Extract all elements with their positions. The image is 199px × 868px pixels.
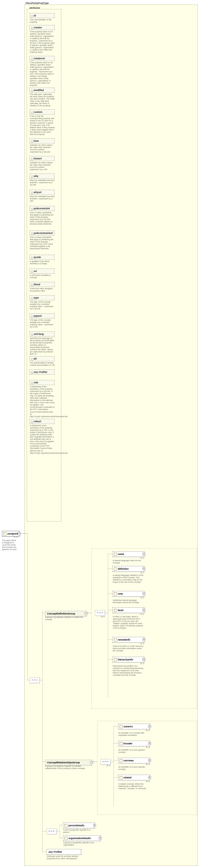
attr-custom[interactable]: customIf set to true the corresponding p… — [30, 110, 55, 135]
comp-card: 0..∞ — [107, 765, 110, 767]
attr-typeuri[interactable]: typeuriThe type of the concept assigned … — [30, 313, 55, 328]
attr-modified[interactable]: modifiedThe date (and, optionally, the t… — [30, 88, 55, 107]
attr-dir[interactable]: dirThe directionality of textual content… — [30, 356, 55, 366]
expand-icon[interactable]: + — [148, 759, 151, 762]
elem-narrower[interactable]: narrower+0..∞An identifier of a more spe… — [118, 758, 150, 771]
attr-desc: The date (and, optionally, the time) whe… — [30, 93, 55, 107]
attr-qcode[interactable]: qcodeA qualified code which identifies a… — [30, 255, 55, 265]
element-icon — [64, 824, 67, 827]
elem-desc: Extension point for provider-defined pro… — [47, 855, 81, 860]
elem-desc: A link to an item or a web resource whic… — [112, 645, 144, 652]
expand-icon[interactable]: + — [143, 609, 145, 612]
attr-whyuri[interactable]: whyuriWhy the metadata has been included… — [30, 190, 55, 202]
attr-how[interactable]: howIndicates by which means the value wa… — [30, 138, 55, 153]
attr-howuri[interactable]: howuriIndicates by which means the value… — [30, 156, 55, 171]
elem-definition[interactable]: definition+0..∞A natural language defini… — [112, 566, 144, 583]
expand-icon[interactable]: − — [18, 532, 21, 535]
elem-card: 0..∞ — [118, 729, 150, 731]
rel-sequence: 0..∞ — [101, 759, 111, 765]
attr-desc: Why the metadata has been included - exp… — [30, 195, 55, 202]
attr-why[interactable]: whyWhy the metadata has been included - … — [30, 174, 55, 186]
expand-icon[interactable]: + — [143, 658, 145, 661]
attr-literal[interactable]: literalA free-text value assigned as pro… — [30, 282, 55, 292]
attr-name: roleuri — [30, 419, 55, 424]
attr-desc: The local identifier of the property. — [30, 18, 55, 23]
attr-name: creatoruri — [30, 56, 55, 61]
elem-desc: An identifier of a concept with equivale… — [118, 731, 150, 737]
attr-id[interactable]: idThe local identifier of the property. — [30, 13, 55, 23]
attr-desc: The type of the concept assigned as cont… — [30, 318, 55, 328]
attr-roleuri[interactable]: roleuriA refinement of the semantics of … — [30, 419, 55, 454]
diagram-canvas: Flex1PartyPropType assignedTo − 0..∞ The… — [1, 1, 198, 867]
attr-desc: The directionality of textual content (e… — [30, 361, 55, 366]
attr-name: dir — [30, 356, 55, 361]
expand-icon[interactable]: + — [143, 638, 145, 641]
attr-desc: One or many constraints that apply to pu… — [30, 236, 55, 250]
attr-desc: If set to true the corresponding propert… — [30, 115, 55, 135]
elem-broader[interactable]: broader+0..∞An identifier of a more gene… — [118, 741, 150, 753]
attr-pubconstrainturi[interactable]: pubconstrainturiOne or many constraints … — [30, 230, 55, 250]
attr-desc: Indicates by which means the value was e… — [30, 144, 55, 153]
attr-any-other[interactable]: any ##other — [30, 370, 55, 375]
elem-sameAs[interactable]: sameAs+0..∞An identifier of a concept wi… — [118, 724, 150, 737]
expand-icon[interactable]: + — [93, 824, 96, 827]
element-icon — [114, 638, 117, 642]
elem-name[interactable]: name+0..∞A natural language name for the… — [112, 551, 144, 564]
attr-creatoruri[interactable]: creatoruriIf the property value is not d… — [30, 56, 55, 87]
elem-label: remoteInfo — [118, 638, 130, 641]
expand-icon[interactable]: + — [148, 725, 151, 728]
elem-desc: An identifier of a more generic concept. — [118, 748, 150, 753]
attr-role[interactable]: roleA refinement of the semantics of the… — [30, 380, 55, 418]
attr-desc: If the property value is not defined, sp… — [30, 30, 55, 53]
elem-desc: A related concept, where the relationshi… — [118, 782, 150, 790]
attr-name: literal — [30, 282, 55, 287]
attr-name: modified — [30, 88, 55, 93]
expand-icon[interactable]: + — [148, 742, 151, 745]
attr-name: why — [30, 174, 55, 179]
root-sequence — [30, 677, 40, 683]
expand-icon[interactable]: + — [148, 776, 151, 779]
element-icon — [114, 609, 117, 612]
attr-name: pubconstraint — [30, 206, 55, 211]
elem-organisationDetails[interactable]: organisationDetails + A group of propert… — [63, 835, 101, 846]
elem-facet[interactable]: facet+0..∞In NAR 1.8 and later, facet is… — [112, 608, 144, 629]
attr-desc: Specifies the language of this property … — [30, 337, 55, 355]
attr-uri[interactable]: uriA URI which identifies a concept. — [30, 269, 55, 279]
attr-name: qcode — [30, 255, 55, 260]
elem-desc: In NAR 1.8 and later, facet is deprecate… — [112, 615, 144, 629]
expand-icon[interactable]: + — [143, 567, 145, 570]
group-def-name: ConceptDefinitionGroup — [47, 612, 75, 615]
root-element[interactable]: assignedTo − — [2, 531, 20, 536]
expand-icon[interactable]: + — [99, 837, 102, 840]
expand-icon[interactable]: + — [143, 592, 145, 595]
attr-creator[interactable]: creatorIf the property value is not defi… — [30, 25, 55, 53]
group-concept-definition[interactable]: ConceptDefinitionGroup − — [45, 611, 86, 617]
elem-hierarchyInfo[interactable]: hierarchyInfo+0..∞Represents the positio… — [112, 657, 144, 676]
element-icon — [119, 759, 123, 762]
type-label: Flex1PartyPropType — [26, 2, 49, 4]
elem-related[interactable]: related+0..∞A related concept, where the… — [118, 775, 150, 790]
group-concept-relationships[interactable]: ConceptRelationshipsGroup − — [45, 760, 92, 765]
attr-name: howuri — [30, 156, 55, 161]
elem-desc: A natural language definition of the sem… — [112, 574, 144, 583]
elem-label: facet — [118, 609, 123, 612]
element-icon — [114, 592, 117, 595]
elem-card: 0..∞ — [118, 780, 150, 782]
elem-card: 0..∞ — [118, 746, 150, 748]
attr-pubconstraint[interactable]: pubconstraintOne or many constraints tha… — [30, 206, 55, 225]
expand-icon[interactable]: + — [143, 553, 145, 556]
elem-label: organisationDetails — [68, 837, 91, 840]
elem-note[interactable]: note+0..∞Additional natural language inf… — [112, 591, 144, 604]
group-rel-desc: A group of properties required to indica… — [45, 765, 92, 770]
attr-xml-lang[interactable]: xml:langSpecifies the language of this p… — [30, 332, 55, 355]
element-icon — [64, 837, 67, 840]
elem-remoteInfo[interactable]: remoteInfo+0..∞A link to an item or a we… — [112, 637, 144, 652]
elem-label: related — [123, 776, 132, 779]
attr-name: typeuri — [30, 313, 55, 318]
attr-type[interactable]: typeThe type of the concept assigned as … — [30, 295, 55, 310]
attr-name: any ##other — [30, 370, 55, 375]
elem-desc: A group of properties specific to an org… — [63, 841, 101, 846]
elem-personDetails[interactable]: personDetails + A set of properties spec… — [63, 823, 95, 833]
elem-any-other[interactable]: any ##other Extension point for provider… — [47, 849, 81, 860]
elem-label: definition — [118, 567, 129, 570]
